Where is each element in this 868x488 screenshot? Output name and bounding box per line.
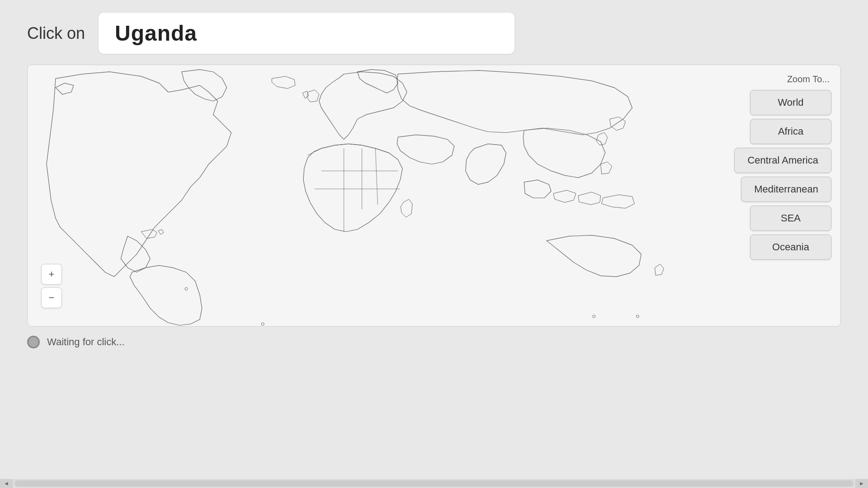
zoom-controls: + − xyxy=(41,264,62,308)
region-btn-central-america[interactable]: Central America xyxy=(734,148,831,173)
zoom-out-button[interactable]: − xyxy=(41,287,62,308)
map-container[interactable]: + − Zoom To... World Africa Central Amer… xyxy=(27,65,841,327)
zoom-in-button[interactable]: + xyxy=(41,264,62,285)
status-indicator xyxy=(27,336,40,348)
region-btn-africa[interactable]: Africa xyxy=(750,119,831,144)
svg-rect-0 xyxy=(28,65,840,326)
country-name: Uganda xyxy=(115,21,197,45)
country-box: Uganda xyxy=(99,13,514,54)
status-bar: Waiting for click... xyxy=(0,327,868,357)
scroll-right-arrow[interactable]: ► xyxy=(855,479,868,488)
region-btn-mediterranean[interactable]: Mediterranean xyxy=(741,177,831,202)
region-btn-world[interactable]: World xyxy=(750,90,831,115)
scroll-left-arrow[interactable]: ◄ xyxy=(0,479,13,488)
zoom-to-label: Zoom To... xyxy=(787,74,831,84)
header: Click on Uganda xyxy=(0,0,868,65)
status-text: Waiting for click... xyxy=(47,336,125,348)
region-btn-oceania[interactable]: Oceania xyxy=(750,235,831,260)
region-panel: Zoom To... World Africa Central America … xyxy=(734,74,831,260)
instruction-label: Click on xyxy=(27,24,85,43)
scrollbar-area[interactable]: ◄ ► xyxy=(0,479,868,488)
world-map[interactable] xyxy=(28,65,840,326)
region-btn-sea[interactable]: SEA xyxy=(750,206,831,231)
scrollbar-track[interactable] xyxy=(14,480,854,487)
